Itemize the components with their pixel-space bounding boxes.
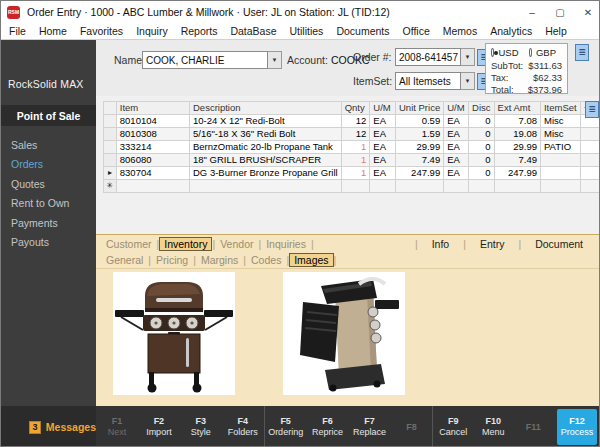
cell-disc[interactable]: 0	[469, 167, 494, 180]
cell-um1[interactable]: EA	[370, 128, 396, 141]
itemset-field[interactable]: All Itemsets	[395, 72, 461, 90]
minimize-icon[interactable]: –	[525, 7, 539, 18]
grill-side-photo[interactable]	[283, 272, 405, 395]
col-qnty[interactable]: Qnty	[341, 102, 370, 115]
totals-list-icon[interactable]: ≡	[575, 44, 589, 61]
cell-um2[interactable]: EA	[444, 141, 469, 154]
cell-item[interactable]: 806080	[116, 154, 189, 167]
fkey-f3-style[interactable]: F3Style	[180, 406, 222, 447]
col-itemset[interactable]: ItemSet	[540, 102, 580, 115]
cell-item[interactable]: 333214	[116, 141, 189, 154]
cell-um1[interactable]: EA	[370, 154, 396, 167]
col-ext-amt[interactable]: Ext Amt	[494, 102, 540, 115]
menu-analytics[interactable]: Analytics	[490, 25, 532, 37]
customer-name-combobox[interactable]: COOK, CHARLIE	[142, 51, 268, 69]
cell-item[interactable]: 830704	[116, 167, 189, 180]
fkey-f6-reprice[interactable]: F6Reprice	[307, 406, 349, 447]
cell-disc[interactable]: 0	[469, 141, 494, 154]
table-row[interactable]: 333214 BernzOmatic 20-lb Propane Tank 1 …	[104, 141, 600, 154]
cell-item[interactable]: 8010104	[116, 115, 189, 128]
cell-um2[interactable]: EA	[444, 167, 469, 180]
row-selector[interactable]	[104, 154, 117, 167]
sidebar-item-quotes[interactable]: Quotes	[1, 174, 96, 194]
cell-itemset[interactable]	[540, 167, 580, 180]
sidebar-item-sales[interactable]: Sales	[1, 135, 96, 155]
cell-unit-price[interactable]: 247.99	[395, 167, 443, 180]
cell-um1[interactable]: EA	[370, 167, 396, 180]
fkey-f12-process[interactable]: F12Process	[557, 409, 597, 445]
grill-front-photo[interactable]	[113, 272, 235, 395]
cell-itemset[interactable]: PATIO	[540, 141, 580, 154]
cell-um2[interactable]: EA	[444, 115, 469, 128]
menu-file[interactable]: File	[9, 25, 26, 37]
fkey-f5-ordering[interactable]: F5Ordering	[265, 406, 307, 447]
fkey-f10-menu[interactable]: F10Menu	[473, 406, 513, 447]
menu-office[interactable]: Office	[402, 25, 429, 37]
cell-add[interactable]	[580, 154, 600, 167]
col-description[interactable]: Description	[190, 102, 342, 115]
sidebar-item-payments[interactable]: Payments	[1, 213, 96, 233]
sidebar-item-rent-to-own[interactable]: Rent to Own	[1, 194, 96, 214]
table-row[interactable]: 8010308 5/16"-18 X 36" Redi Bolt 12 EA 1…	[104, 128, 600, 141]
cell-qnty[interactable]: 1	[341, 141, 370, 154]
tab-images[interactable]: Images	[289, 253, 333, 267]
menu-reports[interactable]: Reports	[181, 25, 218, 37]
gbp-radio[interactable]	[529, 48, 532, 57]
cell-item[interactable]: 8010308	[116, 128, 189, 141]
tab-pricing[interactable]: Pricing	[151, 254, 193, 266]
cell-description[interactable]: 5/16"-18 X 36" Redi Bolt	[190, 128, 342, 141]
tab-customer[interactable]: Customer	[101, 238, 157, 250]
messages-count-badge[interactable]: 3	[29, 421, 41, 434]
tab-vendor[interactable]: Vendor	[215, 238, 258, 250]
cell-qnty[interactable]: 1	[341, 154, 370, 167]
menu-help[interactable]: Help	[545, 25, 567, 37]
cell-add[interactable]	[580, 141, 600, 154]
col-disc[interactable]: Disc	[469, 102, 494, 115]
cell-ext-amt[interactable]: 7.49	[494, 154, 540, 167]
new-row-marker[interactable]: ✳	[104, 180, 117, 193]
menu-memos[interactable]: Memos	[443, 25, 477, 37]
tab-entry[interactable]: Entry	[466, 238, 519, 250]
fkey-f2-import[interactable]: F2Import	[138, 406, 180, 447]
cell-itemset[interactable]	[540, 154, 580, 167]
col-unit-price[interactable]: Unit Price	[395, 102, 443, 115]
cell-unit-price[interactable]: 7.49	[395, 154, 443, 167]
tab-inventory[interactable]: Inventory	[159, 237, 212, 251]
tab-codes[interactable]: Codes	[246, 254, 286, 266]
menu-inquiry[interactable]: Inquiry	[136, 25, 168, 37]
cell-ext-amt[interactable]: 29.99	[494, 141, 540, 154]
cell-add[interactable]	[580, 128, 600, 141]
tab-document[interactable]: Document	[521, 238, 597, 250]
cell-unit-price[interactable]: 29.99	[395, 141, 443, 154]
fkey-f7-replace[interactable]: F7Replace	[349, 406, 391, 447]
row-selector[interactable]	[104, 141, 117, 154]
cell-um1[interactable]: EA	[370, 115, 396, 128]
cell-qnty[interactable]: 12	[341, 128, 370, 141]
cell-ext-amt[interactable]: 19.08	[494, 128, 540, 141]
tab-margins[interactable]: Margins	[196, 254, 243, 266]
tab-info[interactable]: Info	[418, 238, 464, 250]
cell-disc[interactable]: 0	[469, 115, 494, 128]
row-selector[interactable]	[104, 128, 117, 141]
cell-unit-price[interactable]: 0.59	[395, 115, 443, 128]
cell-um2[interactable]: EA	[444, 128, 469, 141]
order-dropdown-icon[interactable]: ▼	[461, 48, 475, 66]
cell-disc[interactable]: 0	[469, 154, 494, 167]
order-number-field[interactable]: 2008-641457	[395, 48, 461, 66]
cell-unit-price[interactable]: 1.59	[395, 128, 443, 141]
row-selector[interactable]	[104, 115, 117, 128]
sidebar-item-payouts[interactable]: Payouts	[1, 233, 96, 253]
close-icon[interactable]: ✕	[581, 7, 595, 18]
cell-ext-amt[interactable]: 7.08	[494, 115, 540, 128]
fkey-f9-cancel[interactable]: F9Cancel	[433, 406, 473, 447]
messages-label[interactable]: Messages	[46, 421, 96, 433]
name-dropdown-icon[interactable]: ▼	[268, 51, 282, 69]
table-row[interactable]: ▸ 830704 DG 3-Burner Bronze Propane Gril…	[104, 167, 600, 180]
tab-inquiries[interactable]: Inquiries	[261, 238, 311, 250]
cell-description[interactable]: BernzOmatic 20-lb Propane Tank	[190, 141, 342, 154]
new-row[interactable]: ✳	[104, 180, 600, 193]
cell-ext-amt[interactable]: 247.99	[494, 167, 540, 180]
col-um1[interactable]: U/M	[370, 102, 396, 115]
messages-area[interactable]: 3 Messages	[1, 406, 96, 447]
usd-radio[interactable]	[491, 48, 494, 57]
